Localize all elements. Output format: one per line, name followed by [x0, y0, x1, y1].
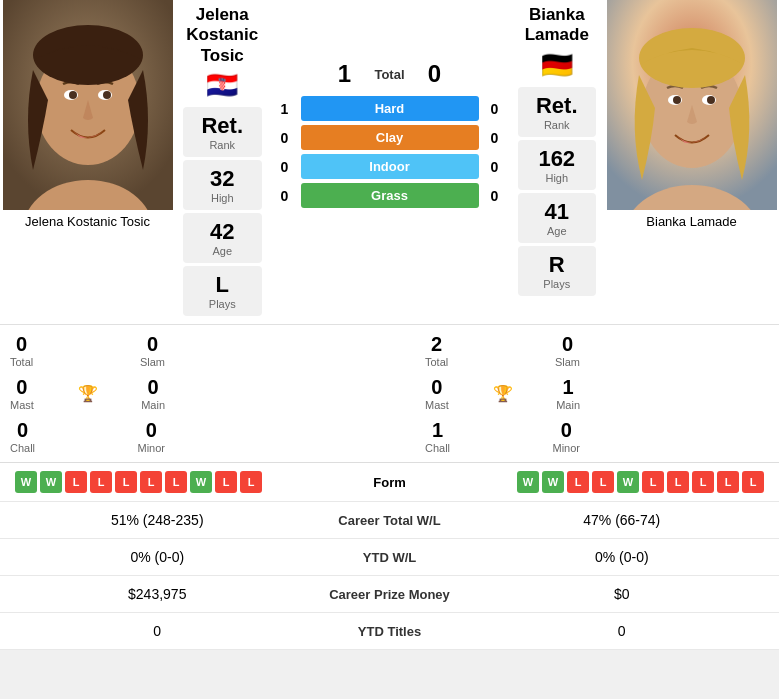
hard-left-score: 1	[275, 101, 295, 117]
left-main-pair: 0 Main	[141, 376, 165, 411]
right-mast-lbl: Mast	[425, 399, 449, 411]
svg-point-7	[33, 25, 143, 85]
right-stats-panel: Bianka Lamade 🇩🇪 Ret. Rank 162 High 41 A…	[510, 0, 605, 324]
right-mast-pair: 0 Mast	[425, 376, 449, 411]
ytd-wl-row: 0% (0-0) YTD W/L 0% (0-0)	[0, 539, 779, 576]
indoor-right-score: 0	[485, 159, 505, 175]
right-plays-card: R Plays	[518, 246, 597, 296]
ytd-wl-left: 0% (0-0)	[15, 549, 300, 565]
form-badge: L	[65, 471, 87, 493]
left-name-flag: Jelena Kostanic Tosic 🇭🇷	[183, 5, 262, 101]
career-prize-label: Career Prize Money	[300, 587, 480, 602]
form-badge: L	[592, 471, 614, 493]
right-minor-lbl: Minor	[552, 442, 580, 454]
right-detailed-stats: 2 Total 0 Slam 0 Mast 🏆 1 Main	[415, 325, 590, 462]
right-total-slam: 2 Total 0 Slam	[425, 333, 580, 368]
hard-row: 1 Hard 0	[275, 96, 505, 121]
left-trophy-icon-container: 🏆	[78, 376, 98, 403]
left-age-label: Age	[195, 245, 250, 257]
left-chall-minor: 0 Chall 0 Minor	[10, 419, 165, 454]
right-chall-val: 1	[432, 419, 443, 442]
right-slam-val: 0	[562, 333, 573, 356]
right-player-photo	[607, 0, 777, 210]
form-badge: L	[667, 471, 689, 493]
ytd-wl-label: YTD W/L	[300, 550, 480, 565]
clay-left-score: 0	[275, 130, 295, 146]
right-player-name-below: Bianka Lamade	[641, 210, 741, 233]
left-plays-label: Plays	[195, 298, 250, 310]
right-name-flag: Bianka Lamade 🇩🇪	[518, 5, 597, 81]
right-player-block: Bianka Lamade	[604, 0, 779, 324]
form-badge: L	[140, 471, 162, 493]
form-badge: L	[90, 471, 112, 493]
grass-right-score: 0	[485, 188, 505, 204]
left-total-lbl: Total	[10, 356, 33, 368]
right-trophy-row: 0 Mast 🏆 1 Main	[425, 374, 580, 413]
ytd-titles-right: 0	[480, 623, 765, 639]
grass-btn[interactable]: Grass	[301, 183, 479, 208]
indoor-left-score: 0	[275, 159, 295, 175]
total-score-row: 1 Total 0	[275, 60, 505, 88]
center-stats-spacer	[175, 325, 415, 462]
right-minor-pair: 0 Minor	[552, 419, 580, 454]
right-form-badges: WWLLWLLLLL	[480, 471, 765, 493]
right-chall-minor: 1 Chall 0 Minor	[425, 419, 580, 454]
svg-point-6	[103, 91, 111, 99]
left-detailed-stats: 0 Total 0 Slam 0 Mast 🏆 0 Main	[0, 325, 175, 462]
form-badge: L	[717, 471, 739, 493]
left-trophy-row: 0 Mast 🏆 0 Main	[10, 374, 165, 413]
career-total-right: 47% (66-74)	[480, 512, 765, 528]
grass-row: 0 Grass 0	[275, 183, 505, 208]
right-age-label: Age	[530, 225, 585, 237]
left-main-lbl: Main	[141, 399, 165, 411]
right-high-value: 162	[530, 146, 585, 172]
form-badge: L	[115, 471, 137, 493]
hard-btn[interactable]: Hard	[301, 96, 479, 121]
indoor-btn[interactable]: Indoor	[301, 154, 479, 179]
center-section: 1 Total 0 1 Hard 0 0 Clay 0	[270, 0, 510, 324]
right-player-name-header: Bianka Lamade 🇩🇪	[518, 5, 597, 81]
right-total-pair: 2 Total	[425, 333, 448, 368]
left-rank-label: Rank	[195, 139, 250, 151]
form-badge: W	[617, 471, 639, 493]
left-player-name-header: Jelena Kostanic Tosic 🇭🇷	[183, 5, 262, 101]
left-high-card: 32 High	[183, 160, 262, 210]
career-prize-row: $243,975 Career Prize Money $0	[0, 576, 779, 613]
right-plays-value: R	[530, 252, 585, 278]
left-slam-lbl: Slam	[140, 356, 165, 368]
left-mast-lbl: Mast	[10, 399, 34, 411]
form-badge: W	[190, 471, 212, 493]
career-prize-left: $243,975	[15, 586, 300, 602]
ytd-titles-label: YTD Titles	[300, 624, 480, 639]
form-badge: L	[215, 471, 237, 493]
left-plays-value: L	[195, 272, 250, 298]
right-rank-value: Ret.	[530, 93, 585, 119]
right-player-avatar-svg	[607, 0, 777, 210]
left-rank-value: Ret.	[195, 113, 250, 139]
left-trophy-icon: 🏆	[78, 384, 98, 403]
right-total-lbl: Total	[425, 356, 448, 368]
right-mast-val: 0	[431, 376, 442, 399]
right-chall-lbl: Chall	[425, 442, 450, 454]
top-section: Jelena Kostanic Tosic Jelena Kostanic To…	[0, 0, 779, 324]
right-slam-lbl: Slam	[555, 356, 580, 368]
ytd-titles-row: 0 YTD Titles 0	[0, 613, 779, 650]
right-flag: 🇩🇪	[518, 50, 597, 81]
surface-rows: 1 Hard 0 0 Clay 0 0 Indoor 0	[275, 96, 505, 208]
right-high-label: High	[530, 172, 585, 184]
form-badge: L	[692, 471, 714, 493]
ytd-titles-left: 0	[15, 623, 300, 639]
svg-point-14	[707, 96, 715, 104]
right-chall-pair: 1 Chall	[425, 419, 450, 454]
left-rank-card: Ret. Rank	[183, 107, 262, 157]
form-badge: L	[240, 471, 262, 493]
left-total-pair: 0 Total	[10, 333, 33, 368]
right-main-lbl: Main	[556, 399, 580, 411]
left-chall-lbl: Chall	[10, 442, 35, 454]
clay-btn[interactable]: Clay	[301, 125, 479, 150]
left-player-name-text: Jelena Kostanic Tosic	[183, 5, 262, 66]
right-player-name-text: Bianka Lamade	[518, 5, 597, 46]
left-age-value: 42	[195, 219, 250, 245]
indoor-row: 0 Indoor 0	[275, 154, 505, 179]
left-form-badges: WWLLLLLWLL	[15, 471, 300, 493]
